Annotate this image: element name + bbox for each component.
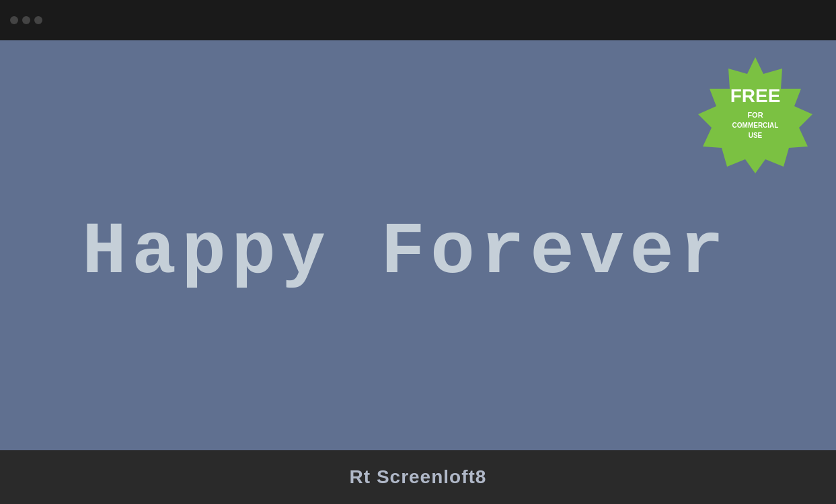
badge-free-text: FREE xyxy=(730,85,781,106)
preview-main-text: Happy Forever xyxy=(82,210,729,294)
window-controls xyxy=(10,16,42,24)
badge-use-text: USE xyxy=(749,132,763,139)
dot-3 xyxy=(34,16,42,24)
dot-2 xyxy=(22,16,30,24)
font-preview-area: FREE FOR COMMERCIAL USE Happy Forever xyxy=(0,40,836,450)
free-badge: FREE FOR COMMERCIAL USE xyxy=(695,54,816,175)
dot-1 xyxy=(10,16,18,24)
top-bar xyxy=(0,0,836,40)
badge-for-text: FOR xyxy=(747,111,763,119)
font-preview-svg: Happy Forever xyxy=(48,178,788,312)
bottom-bar: Rt Screenloft8 xyxy=(0,450,836,504)
font-title: Rt Screenloft8 xyxy=(350,466,487,488)
badge-commercial-text: COMMERCIAL xyxy=(732,122,779,129)
